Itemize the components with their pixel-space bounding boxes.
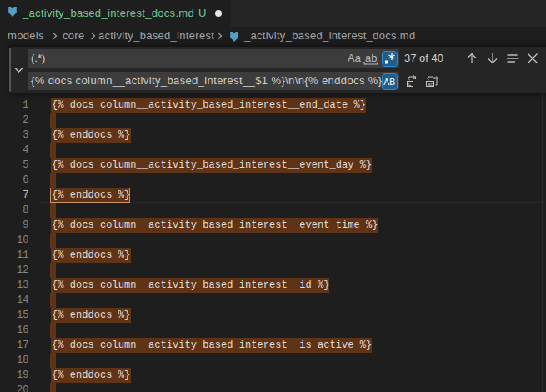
svg-text:ac: ac [428,82,433,87]
svg-text:b: b [413,75,417,80]
svg-text:ab: ab [433,75,439,80]
svg-text:c: c [408,81,412,87]
